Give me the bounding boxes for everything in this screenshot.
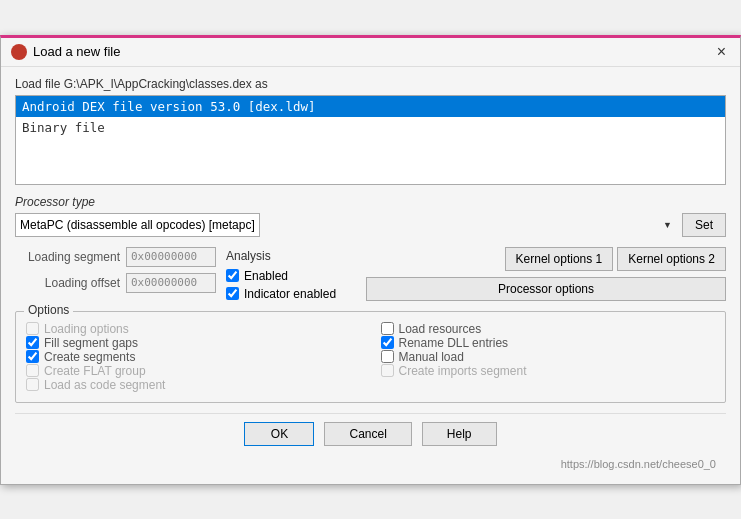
loading-options-checkbox[interactable] <box>26 322 39 335</box>
create-segments-checkbox[interactable] <box>26 350 39 363</box>
watermark: https://blog.csdn.net/cheese0_0 <box>15 458 726 474</box>
option-manual-load: Manual load <box>381 350 716 364</box>
create-imports-segment-label: Create imports segment <box>399 364 527 378</box>
right-buttons: Kernel options 1 Kernel options 2 Proces… <box>366 247 726 301</box>
enabled-row: Enabled <box>226 269 356 283</box>
option-create-imports-segment: Create imports segment <box>381 364 716 378</box>
analysis-title: Analysis <box>226 249 356 263</box>
dialog-icon <box>11 44 27 60</box>
file-list-item-dex[interactable]: Android DEX file version 53.0 [dex.ldw] <box>16 96 725 117</box>
set-button[interactable]: Set <box>682 213 726 237</box>
loading-segment-label: Loading segment <box>15 250 120 264</box>
processor-type-label: Processor type <box>15 195 726 209</box>
processor-select[interactable]: MetaPC (disassemble all opcodes) [metapc… <box>15 213 260 237</box>
option-load-resources: Load resources <box>381 322 716 336</box>
fill-segment-gaps-label: Fill segment gaps <box>44 336 138 350</box>
load-resources-label: Load resources <box>399 322 482 336</box>
rename-dll-entries-checkbox[interactable] <box>381 336 394 349</box>
loading-offset-label: Loading offset <box>15 276 120 290</box>
option-rename-dll-entries: Rename DLL entries <box>381 336 716 350</box>
analysis-section: Analysis Enabled Indicator enabled <box>226 247 356 301</box>
load-as-code-segment-checkbox[interactable] <box>26 378 39 391</box>
rename-dll-entries-label: Rename DLL entries <box>399 336 509 350</box>
options-section: Options Loading options Fill segment gap… <box>15 311 726 403</box>
create-flat-group-checkbox[interactable] <box>26 364 39 377</box>
options-left-column: Loading options Fill segment gaps Create… <box>26 322 361 392</box>
option-create-segments: Create segments <box>26 350 361 364</box>
manual-load-label: Manual load <box>399 350 464 364</box>
dialog-title: Load a new file <box>33 44 120 59</box>
processor-options-row: Processor options <box>366 277 726 301</box>
load-resources-checkbox[interactable] <box>381 322 394 335</box>
ok-button[interactable]: OK <box>244 422 314 446</box>
close-button[interactable]: × <box>713 44 730 60</box>
loading-offset-input[interactable] <box>126 273 216 293</box>
kernel-options-2-button[interactable]: Kernel options 2 <box>617 247 726 271</box>
create-segments-label: Create segments <box>44 350 135 364</box>
enabled-label: Enabled <box>244 269 288 283</box>
kernel-options-1-button[interactable]: Kernel options 1 <box>505 247 614 271</box>
help-button[interactable]: Help <box>422 422 497 446</box>
load-as-code-segment-label: Load as code segment <box>44 378 165 392</box>
enabled-checkbox[interactable] <box>226 269 239 282</box>
indicator-row: Indicator enabled <box>226 287 356 301</box>
load-new-file-dialog: Load a new file × Load file G:\APK_I\App… <box>0 35 741 485</box>
processor-options-button[interactable]: Processor options <box>366 277 726 301</box>
title-bar-left: Load a new file <box>11 44 120 60</box>
cancel-button[interactable]: Cancel <box>324 422 411 446</box>
loading-segment-input[interactable] <box>126 247 216 267</box>
loading-options-label: Loading options <box>44 322 129 336</box>
options-grid: Loading options Fill segment gaps Create… <box>26 322 715 392</box>
middle-section: Loading segment Loading offset Analysis … <box>15 247 726 301</box>
create-flat-group-label: Create FLAT group <box>44 364 146 378</box>
loading-segment-row: Loading segment <box>15 247 216 267</box>
file-list[interactable]: Android DEX file version 53.0 [dex.ldw] … <box>15 95 726 185</box>
option-fill-segment-gaps: Fill segment gaps <box>26 336 361 350</box>
options-right-column: Load resources Rename DLL entries Manual… <box>381 322 716 392</box>
processor-select-wrapper: MetaPC (disassemble all opcodes) [metapc… <box>15 213 676 237</box>
indicator-checkbox[interactable] <box>226 287 239 300</box>
manual-load-checkbox[interactable] <box>381 350 394 363</box>
options-legend: Options <box>24 303 73 317</box>
create-imports-segment-checkbox[interactable] <box>381 364 394 377</box>
load-file-label: Load file G:\APK_I\AppCracking\classes.d… <box>15 77 726 91</box>
title-bar: Load a new file × <box>1 38 740 67</box>
footer: OK Cancel Help <box>15 413 726 458</box>
indicator-label: Indicator enabled <box>244 287 336 301</box>
loading-offset-row: Loading offset <box>15 273 216 293</box>
left-fields: Loading segment Loading offset <box>15 247 216 301</box>
kernel-row: Kernel options 1 Kernel options 2 <box>505 247 726 271</box>
processor-row: MetaPC (disassemble all opcodes) [metapc… <box>15 213 726 237</box>
option-create-flat-group: Create FLAT group <box>26 364 361 378</box>
file-list-item-binary[interactable]: Binary file <box>16 117 725 138</box>
option-loading-options: Loading options <box>26 322 361 336</box>
option-load-as-code-segment: Load as code segment <box>26 378 361 392</box>
dialog-body: Load file G:\APK_I\AppCracking\classes.d… <box>1 67 740 484</box>
fill-segment-gaps-checkbox[interactable] <box>26 336 39 349</box>
